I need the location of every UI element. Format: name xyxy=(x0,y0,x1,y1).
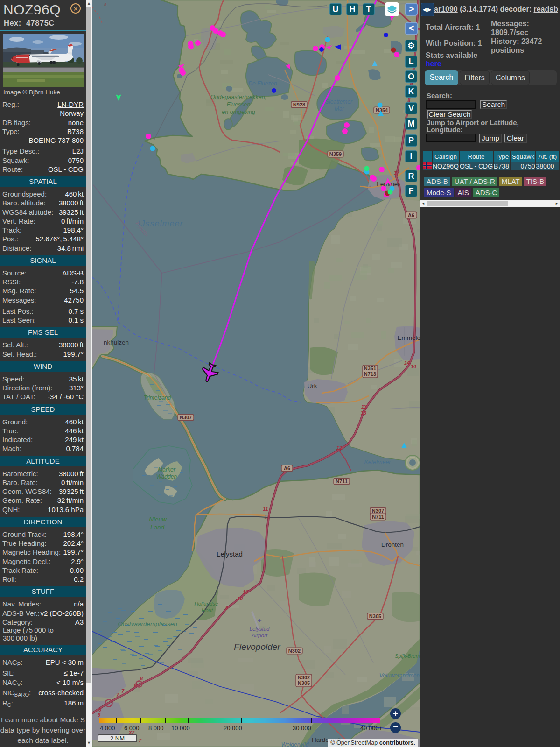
svg-text:Airport: Airport xyxy=(251,633,268,638)
svg-text:Flevopolder: Flevopolder xyxy=(234,642,280,652)
svg-text:✈: ✈ xyxy=(257,618,261,623)
svg-text:A6: A6 xyxy=(284,465,290,471)
svg-text:Marker: Marker xyxy=(158,466,175,473)
svg-text:N928: N928 xyxy=(293,102,305,107)
svg-text:13: 13 xyxy=(361,404,367,409)
svg-text:Dronten: Dronten xyxy=(381,541,404,548)
svg-text:8: 8 xyxy=(140,676,143,681)
svg-text:Veluwerandmere: Veluwerandmere xyxy=(379,672,420,679)
svg-text:13: 13 xyxy=(361,410,366,416)
svg-text:N302: N302 xyxy=(288,648,301,654)
svg-text:A6: A6 xyxy=(408,212,414,218)
svg-text:7: 7 xyxy=(139,738,142,743)
svg-text:Lelystad: Lelystad xyxy=(217,550,243,558)
svg-text:N354: N354 xyxy=(376,107,388,113)
svg-text:N305: N305 xyxy=(369,613,381,619)
svg-text:N351: N351 xyxy=(364,366,376,371)
svg-text:Spijk-Breme: Spijk-Breme xyxy=(395,653,420,659)
svg-text:N302: N302 xyxy=(298,675,310,680)
svg-text:Urk: Urk xyxy=(308,382,317,389)
svg-text:Trintelzand: Trintelzand xyxy=(144,395,171,401)
svg-text:17: 17 xyxy=(394,170,400,176)
svg-text:N711: N711 xyxy=(372,514,384,520)
svg-text:6: 6 xyxy=(98,712,101,718)
svg-text:N307: N307 xyxy=(180,415,192,420)
svg-text:12: 12 xyxy=(336,445,342,451)
svg-text:IJsselmeer: IJsselmeer xyxy=(138,219,183,228)
svg-text:N711: N711 xyxy=(336,479,348,484)
svg-text:Hout: Hout xyxy=(202,607,213,613)
svg-text:8: 8 xyxy=(134,683,137,688)
svg-text:Fluessen: Fluessen xyxy=(227,101,251,108)
svg-text:9: 9 xyxy=(225,605,229,611)
svg-text:14: 14 xyxy=(404,360,410,366)
svg-text:11: 11 xyxy=(263,506,268,512)
svg-text:Hollandse: Hollandse xyxy=(194,601,218,606)
svg-text:N305: N305 xyxy=(298,680,310,686)
svg-text:11: 11 xyxy=(264,514,269,520)
svg-text:N713: N713 xyxy=(364,371,376,377)
svg-text:en omgeving: en omgeving xyxy=(222,109,255,115)
svg-text:14: 14 xyxy=(411,364,416,369)
svg-text:k: k xyxy=(104,1,107,7)
svg-text:Lelystad: Lelystad xyxy=(250,626,270,632)
svg-text:Land: Land xyxy=(150,524,165,531)
svg-text:Wolderwijd: Wolderwijd xyxy=(281,741,309,747)
svg-text:Wadden: Wadden xyxy=(156,473,177,480)
svg-text:10: 10 xyxy=(243,589,249,595)
svg-text:7: 7 xyxy=(116,692,119,698)
svg-text:N307: N307 xyxy=(372,508,384,514)
svg-text:N359: N359 xyxy=(329,151,342,157)
svg-text:Ketelmeer: Ketelmeer xyxy=(364,459,392,465)
svg-text:Emmeloo: Emmeloo xyxy=(397,334,420,341)
svg-text:7: 7 xyxy=(121,688,125,694)
svg-text:Mar: Mar xyxy=(335,106,345,112)
svg-text:Nieuw: Nieuw xyxy=(149,516,167,523)
svg-text:nkhuizen: nkhuizen xyxy=(104,339,129,346)
svg-text:De Fluezen: De Fluezen xyxy=(248,80,277,87)
svg-text:Oostvaardersplassen: Oostvaardersplassen xyxy=(118,620,177,627)
svg-text:Oudegaasterbrekken,: Oudegaasterbrekken, xyxy=(210,94,266,100)
svg-text:10: 10 xyxy=(237,596,243,601)
svg-text:Sleattemer: Sleattemer xyxy=(325,99,353,105)
